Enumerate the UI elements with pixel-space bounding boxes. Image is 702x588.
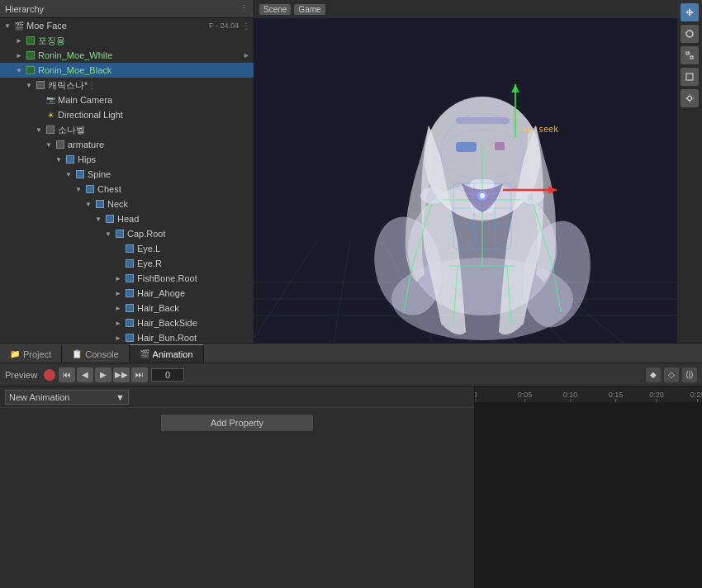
keyframe-diamond-btn[interactable]: ◆ [646,368,661,382]
tree-hair-bun-root[interactable]: Hair_Bun.Root [0,330,254,343]
moe-face-menu[interactable]: ⋮ [242,21,254,31]
keyframe-circle-btn[interactable]: ◇ [664,368,679,382]
svg-point-5 [688,97,692,101]
tabs-bar: 📁 Project 📋 Console 🎬 Animation [0,344,702,363]
add-property-button[interactable]: Add Property [161,415,313,431]
label-neck: Neck [107,199,128,209]
icon-eye-r [124,258,135,269]
transform-tool[interactable] [681,89,699,107]
tree-main-camera[interactable]: 📷 Main Camera [0,92,254,107]
label-eye-l: Eye.L [137,244,160,254]
tree-sonabell[interactable]: 소나벨 [0,122,254,137]
tree-hips[interactable]: Hips [0,152,254,167]
tab-animation[interactable]: 🎬 Animation [130,344,204,363]
tree-eye-l[interactable]: Eye.L [0,241,254,256]
icon-cap-root [114,228,126,239]
tree-chest[interactable]: Chest [0,182,254,197]
arrow-ronin-black [13,64,25,76]
label-eye-r: Eye.R [137,258,162,268]
tree-cap-root[interactable]: Cap.Root [0,226,254,241]
tree-head[interactable]: Head [0,211,254,226]
step-forward-button[interactable]: ▶▶ [113,368,130,382]
arrow-hair-back [112,302,124,314]
svg-rect-1 [686,52,689,55]
frame-input[interactable] [151,368,184,382]
character-menu[interactable]: ⋮ [88,81,99,90]
label-chest: Chest [97,184,121,194]
icon-fishbone-root [124,273,135,284]
icon-sonabell [45,124,56,135]
go-to-end-button[interactable]: ⏭ [131,368,148,382]
tree-hair-ahoge[interactable]: Hair_Ahoge [0,286,254,301]
ronin-white-expand: ► [243,51,254,59]
tree-pojingyong[interactable]: 포징용 [0,33,254,48]
viewport-game-btn[interactable]: Game [294,4,325,15]
viewport-scene-btn[interactable]: Scene [259,4,291,15]
label-moe-face: Moe Face [26,21,67,31]
icon-ronin-white [25,50,36,61]
tick-20: 0:20 [649,391,664,402]
tree-directional-light[interactable]: ☀ Directional Light [0,107,254,122]
tree-hair-backside[interactable]: Hair_BackSide [0,315,254,330]
icon-hips [64,154,76,165]
record-button[interactable] [44,369,55,381]
tree-fishbone-root[interactable]: FishBone.Root [0,271,254,286]
tab-console-label: Console [85,349,118,359]
move-tool[interactable] [681,3,699,21]
tree-hair-back[interactable]: Hair_Back [0,301,254,315]
tab-animation-label: Animation [153,349,193,359]
tree-spine[interactable]: Spine [0,167,254,182]
tab-project[interactable]: 📁 Project [0,344,62,363]
label-ronin-white: Ronin_Moe_White [38,50,113,60]
viewport-toolbar: Scene Game [254,0,702,18]
step-back-button[interactable]: ◀ [77,368,93,382]
viewport-canvas: ►► seek [254,18,677,343]
tab-console[interactable]: 📋 Console [62,344,129,363]
tree-moe-face[interactable]: 🎬 Moe Face F - 24.04 ⋮ [0,18,254,33]
main-area: Hierarchy ⋮ 🎬 Moe Face F - 24.04 ⋮ 포징용 [0,0,702,343]
label-ronin-black: Ronin_Moe_Black [38,65,111,75]
hierarchy-title: Hierarchy [5,4,44,14]
rotate-tool[interactable] [681,25,699,43]
go-to-start-button[interactable]: ⏮ [59,368,75,382]
tree-character[interactable]: 캐릭스나* ⋮ [0,78,254,92]
svg-rect-26 [456,142,477,152]
label-head: Head [117,214,139,224]
label-cap-root: Cap.Root [127,229,165,239]
animation-icon: 🎬 [140,349,149,358]
tree-ronin-black[interactable]: Ronin_Moe_Black [0,63,254,78]
svg-text:►► seek: ►► seek [524,125,558,134]
label-hair-back: Hair_Back [137,303,179,313]
tree-neck[interactable]: Neck [0,197,254,211]
arrow-head [92,213,104,225]
bottom-area: 📁 Project 📋 Console 🎬 Animation Preview … [0,343,702,588]
arrow-dir-light [33,109,45,121]
arrow-hair-bun-root [112,332,124,343]
icon-eye-l [124,243,135,254]
arrow-armature [43,139,55,150]
icon-ronin-black [25,64,36,76]
anim-timeline-area: New Animation ▼ Add Property 0 0:05 0:10… [0,386,702,588]
arrow-pojingyong [13,35,25,46]
label-armature: armature [68,140,104,149]
timeline-ruler-bar: 0 0:05 0:10 0:15 0:20 0:25 [475,386,702,403]
anim-toolbar: Preview ⏮ ◀ ▶ ▶▶ ⏭ ◆ ◇ ⟨|⟩ [0,363,702,386]
rect-tool[interactable] [681,68,699,86]
console-icon: 📋 [72,349,82,358]
tree-eye-r[interactable]: Eye.R [0,256,254,271]
animation-clip-label: New Animation [9,392,69,402]
arrow-moe-face [2,20,13,31]
svg-rect-4 [686,74,693,80]
tick-25: 0:25 [690,391,702,402]
svg-rect-27 [495,142,505,150]
curves-btn[interactable]: ⟨|⟩ [682,368,697,382]
label-main-camera: Main Camera [58,95,112,105]
preview-label: Preview [5,370,37,380]
hierarchy-options[interactable]: ⋮ [240,3,249,14]
play-button[interactable]: ▶ [95,368,111,382]
tree-armature[interactable]: armature [0,137,254,152]
scale-tool[interactable] [681,46,699,64]
animation-clip-dropdown[interactable]: New Animation ▼ [5,390,129,405]
tree-ronin-white[interactable]: Ronin_Moe_White ► [0,48,254,63]
arrow-chest [73,183,84,195]
